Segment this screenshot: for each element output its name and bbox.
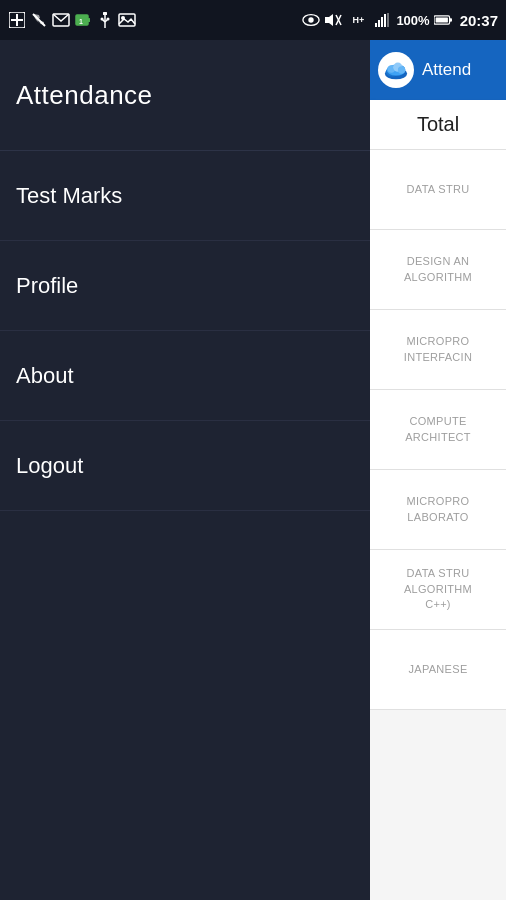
row-computer-architect: COMPUTEARCHITECT <box>405 414 471 445</box>
main-container: Attendance Test Marks Profile About Logo… <box>0 40 506 900</box>
svg-rect-27 <box>435 18 447 23</box>
status-bar: 1 <box>0 0 506 40</box>
sidebar-item-profile[interactable]: Profile <box>0 241 370 331</box>
table-row: MICROPROINTERFACIN <box>370 310 506 390</box>
svg-point-13 <box>107 18 110 21</box>
app-bar: Attend <box>370 40 506 100</box>
svg-rect-24 <box>384 14 386 27</box>
status-icons-left: 1 <box>8 11 136 29</box>
row-data-stru-cpp: DATA STRUALGORITHMC++) <box>404 566 472 612</box>
svg-rect-25 <box>387 13 389 27</box>
svg-rect-1 <box>11 19 23 21</box>
row-micropro-laborato: MICROPROLABORATO <box>407 494 470 525</box>
sidebar-item-logout[interactable]: Logout <box>0 421 370 511</box>
battery-percentage: 100% <box>396 13 429 28</box>
signal-icon <box>374 11 392 29</box>
logout-label: Logout <box>16 453 83 479</box>
status-icons-right: H+ 100% 20:37 <box>302 11 498 29</box>
app-title: Attendance <box>16 80 153 111</box>
add-icon <box>8 11 26 29</box>
svg-rect-28 <box>449 18 451 21</box>
test-marks-label: Test Marks <box>16 183 122 209</box>
row-data-stru: DATA STRU <box>407 182 470 197</box>
table-row: MICROPROLABORATO <box>370 470 506 550</box>
sidebar-item-about[interactable]: About <box>0 331 370 421</box>
image-icon <box>118 11 136 29</box>
svg-rect-21 <box>375 23 377 27</box>
table-row: DESIGN ANALGORITHM <box>370 230 506 310</box>
row-micropro-interfacin: MICROPROINTERFACIN <box>404 334 472 365</box>
svg-point-12 <box>101 18 104 21</box>
navigation-drawer: Attendance Test Marks Profile About Logo… <box>0 40 370 900</box>
battery-green-icon: 1 <box>74 11 92 29</box>
table-row: DATA STRU <box>370 150 506 230</box>
svg-point-35 <box>398 66 405 73</box>
main-content-panel: Attend Total DATA STRU DESIGN ANALGORITH… <box>370 40 506 900</box>
sidebar-item-test-marks[interactable]: Test Marks <box>0 151 370 241</box>
drawer-header: Attendance <box>0 40 370 150</box>
email-icon <box>52 11 70 29</box>
table-row: COMPUTEARCHITECT <box>370 390 506 470</box>
battery-icon <box>434 11 452 29</box>
svg-point-17 <box>309 17 314 22</box>
app-logo-icon <box>378 52 414 88</box>
profile-label: Profile <box>16 273 78 299</box>
svg-rect-8 <box>103 12 107 15</box>
about-label: About <box>16 363 74 389</box>
table-row: DATA STRUALGORITHMC++) <box>370 550 506 630</box>
phone-icon <box>30 11 48 29</box>
mute-icon <box>324 11 342 29</box>
svg-text:1: 1 <box>79 18 83 25</box>
network-icon: H+ <box>346 11 370 29</box>
svg-marker-18 <box>325 14 333 26</box>
row-japanese: JAPANESE <box>408 662 467 677</box>
usb-icon <box>96 11 114 29</box>
eye-icon <box>302 11 320 29</box>
table-header: Total <box>370 100 506 150</box>
total-header: Total <box>417 113 459 136</box>
svg-rect-23 <box>381 17 383 27</box>
table-row: JAPANESE <box>370 630 506 710</box>
svg-rect-6 <box>88 18 90 22</box>
row-design-an: DESIGN ANALGORITHM <box>404 254 472 285</box>
svg-rect-22 <box>378 20 380 27</box>
time-display: 20:37 <box>460 12 498 29</box>
app-bar-title: Attend <box>422 60 471 80</box>
